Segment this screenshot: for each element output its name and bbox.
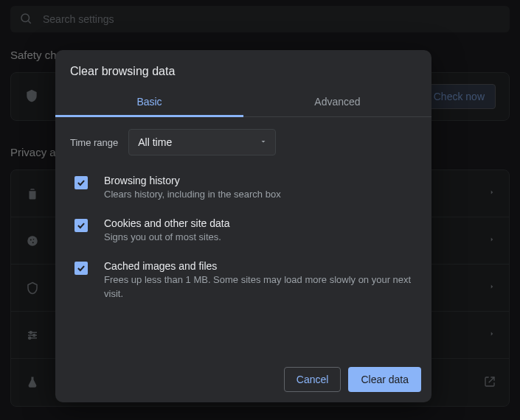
cbd-title: Cookies and other site data — [104, 217, 417, 229]
time-range-row: Time range All time — [70, 129, 417, 155]
dialog-footer: Cancel Clear data — [55, 360, 431, 402]
cbd-sub: Clears history, including in the search … — [104, 188, 414, 201]
dialog-tabs: Basic Advanced — [55, 88, 431, 117]
cbd-item-browsing-history: Browsing history Clears history, includi… — [70, 169, 417, 211]
tab-advanced[interactable]: Advanced — [243, 88, 431, 116]
dialog-title: Clear browsing data — [55, 50, 431, 88]
cbd-title: Browsing history — [104, 175, 417, 186]
cbd-item-cookies: Cookies and other site data Signs you ou… — [70, 211, 417, 254]
checkbox-cookies[interactable] — [74, 219, 88, 232]
clear-browsing-data-dialog: Clear browsing data Basic Advanced Time … — [55, 50, 431, 402]
chevron-down-icon — [259, 136, 268, 148]
dialog-body: Time range All time Browsing history Cle… — [55, 117, 431, 360]
time-range-select[interactable]: All time — [128, 129, 276, 155]
tab-basic[interactable]: Basic — [55, 88, 243, 116]
clear-data-button[interactable]: Clear data — [348, 367, 421, 392]
time-range-label: Time range — [70, 137, 118, 148]
time-range-value: All time — [138, 136, 172, 148]
cbd-sub: Frees up less than 1 MB. Some sites may … — [104, 273, 414, 300]
cbd-sub: Signs you out of most sites. — [104, 231, 414, 244]
checkbox-browsing-history[interactable] — [74, 176, 88, 189]
cancel-button[interactable]: Cancel — [284, 367, 342, 392]
cbd-title: Cached images and files — [104, 260, 417, 272]
checkbox-cache[interactable] — [74, 262, 88, 275]
cbd-item-cache: Cached images and files Frees up less th… — [70, 254, 417, 310]
